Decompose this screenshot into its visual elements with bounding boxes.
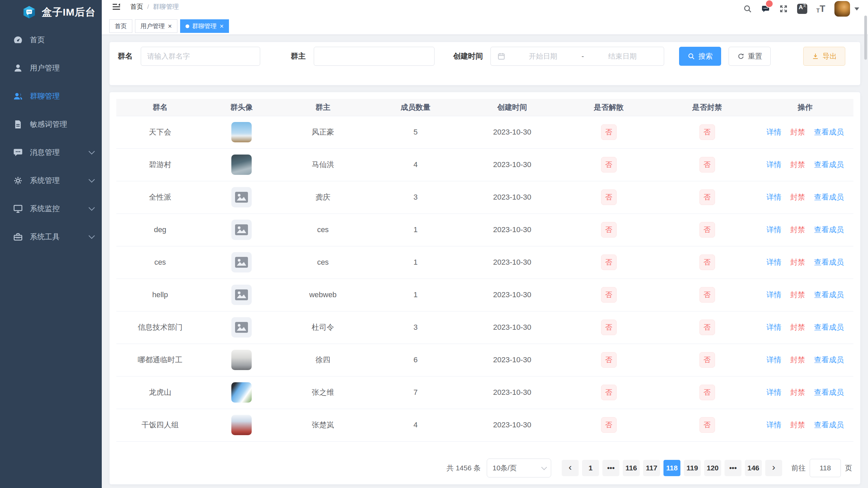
next-page-button[interactable]: ›	[765, 460, 782, 476]
view-members-link[interactable]: 查看成员	[814, 290, 844, 299]
goto-page-input[interactable]: 118	[810, 459, 841, 477]
detail-link[interactable]: 详情	[766, 128, 781, 136]
group-name-cell: ces	[116, 246, 204, 279]
col-group-avatar: 群头像	[204, 99, 279, 116]
sidebar-item-system-monitor[interactable]: 系统监控	[0, 195, 102, 223]
table-body: 天下会 风正豪 5 2023-10-30 否 否 详情 封禁 查看成员 碧游村	[116, 116, 853, 441]
group-owner-input[interactable]	[314, 47, 435, 66]
end-date-input[interactable]: 结束日期	[587, 52, 658, 61]
page-button[interactable]: 120	[704, 460, 721, 476]
close-icon[interactable]: ×	[168, 23, 172, 29]
view-members-link[interactable]: 查看成员	[814, 258, 844, 266]
ban-link[interactable]: 封禁	[790, 258, 805, 266]
banned-cell: 否	[657, 214, 757, 246]
group-owner-cell: 马仙洪	[279, 148, 367, 181]
group-name-cell: 龙虎山	[116, 376, 204, 409]
search-button[interactable]: 搜索	[679, 47, 721, 66]
user-avatar[interactable]	[834, 1, 850, 17]
view-members-link[interactable]: 查看成员	[814, 388, 844, 396]
sidebar-item-system-tools[interactable]: 系统工具	[0, 223, 102, 251]
banned-badge: 否	[699, 157, 715, 172]
detail-link[interactable]: 详情	[766, 160, 781, 169]
language-icon[interactable]: A 文	[797, 4, 807, 14]
page-button[interactable]: 116	[623, 460, 640, 476]
prev-page-button[interactable]: ‹	[562, 460, 579, 476]
view-members-link[interactable]: 查看成员	[814, 160, 844, 169]
sidebar-item-users[interactable]: 用户管理	[0, 54, 102, 82]
detail-link[interactable]: 详情	[766, 388, 781, 396]
member-count-cell: 1	[367, 246, 464, 279]
dissolved-badge: 否	[601, 352, 617, 368]
sidebar-item-messages[interactable]: 消息管理	[0, 138, 102, 166]
ban-link[interactable]: 封禁	[790, 421, 805, 429]
page-ellipsis[interactable]: •••	[602, 460, 619, 476]
page-button[interactable]: 146	[745, 460, 762, 476]
table-row: 碧游村 马仙洪 4 2023-10-30 否 否 详情 封禁 查看成员	[116, 148, 853, 181]
dissolved-badge: 否	[601, 222, 617, 238]
tab-group-management[interactable]: 群聊管理 ×	[180, 19, 229, 33]
app-title: 盒子IM后台	[42, 5, 96, 19]
avatar-caret-down-icon[interactable]	[854, 7, 859, 11]
view-members-link[interactable]: 查看成员	[814, 421, 844, 429]
group-name-cell: 全性派	[116, 181, 204, 214]
ban-link[interactable]: 封禁	[790, 290, 805, 299]
search-icon[interactable]	[743, 4, 752, 13]
ban-link[interactable]: 封禁	[790, 128, 805, 136]
search-icon	[688, 53, 695, 60]
start-date-input[interactable]: 开始日期	[508, 52, 578, 61]
detail-link[interactable]: 详情	[766, 323, 781, 331]
image-placeholder-icon	[235, 192, 248, 203]
export-button[interactable]: 导出	[803, 47, 845, 66]
page-ellipsis[interactable]: •••	[725, 460, 741, 476]
group-name-input[interactable]: 请输入群名字	[141, 47, 260, 66]
page-button[interactable]: 1	[582, 460, 599, 476]
close-icon[interactable]: ×	[220, 23, 224, 29]
detail-link[interactable]: 详情	[766, 193, 781, 201]
notification-message-icon[interactable]	[761, 4, 770, 13]
ban-link[interactable]: 封禁	[790, 193, 805, 201]
dissolved-cell: 否	[560, 246, 657, 279]
font-size-icon[interactable]: TT	[816, 4, 825, 14]
view-members-link[interactable]: 查看成员	[814, 225, 844, 234]
app-logo[interactable]: 盒子IM后台	[0, 0, 102, 20]
detail-link[interactable]: 详情	[766, 258, 781, 266]
ban-link[interactable]: 封禁	[790, 355, 805, 364]
page-button[interactable]: 119	[684, 460, 701, 476]
reset-button[interactable]: 重置	[729, 47, 771, 66]
ban-link[interactable]: 封禁	[790, 323, 805, 331]
date-range-picker[interactable]: 开始日期 - 结束日期	[490, 47, 664, 66]
detail-link[interactable]: 详情	[766, 355, 781, 364]
view-members-link[interactable]: 查看成员	[814, 355, 844, 364]
scrollbar-thumb[interactable]	[864, 16, 867, 60]
banned-cell: 否	[657, 311, 757, 344]
menu-fold-icon[interactable]	[112, 2, 121, 11]
fullscreen-icon[interactable]	[779, 4, 788, 13]
sidebar-item-label: 消息管理	[30, 147, 60, 158]
detail-link[interactable]: 详情	[766, 421, 781, 429]
view-members-link[interactable]: 查看成员	[814, 128, 844, 136]
view-members-link[interactable]: 查看成员	[814, 323, 844, 331]
page-size-select[interactable]: 10条/页	[487, 459, 551, 477]
group-avatar	[231, 415, 252, 435]
table-row: ces ces 1 2023-10-30 否 否 详情 封禁 查看成员	[116, 246, 853, 279]
sidebar-item-sensitive-words[interactable]: 敏感词管理	[0, 110, 102, 138]
page-button[interactable]: 118	[663, 460, 680, 476]
tab-user-management[interactable]: 用户管理 ×	[135, 19, 177, 33]
group-avatar	[231, 220, 252, 240]
sidebar-item-system-management[interactable]: 系统管理	[0, 166, 102, 195]
detail-link[interactable]: 详情	[766, 225, 781, 234]
breadcrumb-home[interactable]: 首页	[130, 2, 143, 11]
page-button[interactable]: 117	[643, 460, 660, 476]
banned-cell: 否	[657, 148, 757, 181]
detail-link[interactable]: 详情	[766, 290, 781, 299]
navbar: 首页 / 群聊管理 A 文 TT	[102, 0, 868, 18]
dissolved-cell: 否	[560, 279, 657, 311]
ban-link[interactable]: 封禁	[790, 388, 805, 396]
member-count-cell: 4	[367, 148, 464, 181]
ban-link[interactable]: 封禁	[790, 225, 805, 234]
sidebar-item-groups[interactable]: 群聊管理	[0, 82, 102, 110]
tab-home[interactable]: 首页	[109, 19, 132, 33]
view-members-link[interactable]: 查看成员	[814, 193, 844, 201]
sidebar-item-home[interactable]: 首页	[0, 26, 102, 54]
ban-link[interactable]: 封禁	[790, 160, 805, 169]
